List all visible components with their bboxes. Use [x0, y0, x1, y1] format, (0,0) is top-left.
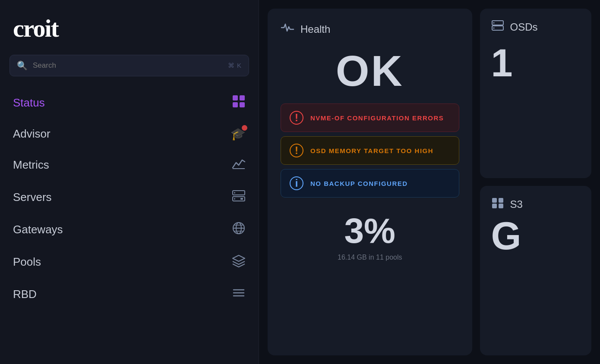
svg-rect-23 [492, 198, 497, 203]
logo: croit [13, 14, 58, 43]
grid-icon [232, 94, 246, 111]
svg-marker-15 [233, 255, 245, 261]
s3-card: S3 G [480, 186, 591, 355]
server-icon [232, 189, 246, 206]
s3-title: S3 [510, 198, 523, 210]
svg-rect-2 [233, 102, 238, 107]
sidebar-item-gateways[interactable]: Gateways [0, 213, 259, 246]
s3-card-header: S3 [491, 196, 580, 212]
advisor-icon: 🎓 [231, 127, 246, 141]
alert-list: ! NVME-OF CONFIGURATION ERRORS ! OSD MEM… [281, 104, 459, 198]
advisor-notification-badge [242, 125, 247, 131]
globe-icon [232, 221, 246, 238]
svg-point-8 [234, 198, 235, 200]
svg-point-21 [493, 22, 494, 24]
storage-detail: 16.14 GB in 11 pools [281, 254, 459, 261]
main-content: Health OK ! NVME-OF CONFIGURATION ERRORS… [259, 0, 600, 364]
warning-icon: ! [290, 144, 303, 157]
s3-value: G [491, 217, 580, 255]
sidebar: croit 🔍 ⌘ K Status Advisor 🎓 Metrics [0, 0, 259, 364]
health-status: OK [281, 46, 459, 96]
alert-backup-text: NO BACKUP CONFIGURED [310, 180, 408, 187]
osds-card-header: OSDs [491, 19, 580, 35]
heartbeat-icon [281, 21, 294, 38]
info-icon: i [290, 176, 303, 190]
layers-icon [232, 254, 246, 270]
svg-point-7 [234, 192, 235, 194]
alert-backup-info: i NO BACKUP CONFIGURED [281, 169, 459, 198]
error-icon: ! [290, 111, 303, 125]
right-column: OSDs 1 S3 G [480, 9, 591, 355]
osds-icon [491, 19, 504, 35]
sidebar-item-servers[interactable]: Servers [0, 181, 259, 213]
alert-nvme-error: ! NVME-OF CONFIGURATION ERRORS [281, 104, 459, 132]
svg-point-22 [493, 28, 494, 29]
svg-rect-9 [240, 198, 243, 200]
svg-rect-0 [233, 95, 238, 100]
alert-osd-text: OSD MEMORY TARGET TOO HIGH [310, 147, 433, 154]
svg-rect-1 [240, 95, 245, 100]
svg-rect-26 [499, 204, 503, 208]
svg-rect-3 [240, 102, 245, 107]
osds-card: OSDs 1 [480, 9, 591, 178]
search-icon: 🔍 [17, 60, 28, 71]
svg-rect-24 [499, 198, 503, 203]
logo-area: croit [0, 0, 259, 55]
alert-nvme-text: NVME-OF CONFIGURATION ERRORS [310, 114, 444, 122]
search-input[interactable] [33, 61, 223, 70]
usage-percent: 3% [281, 210, 459, 251]
keyboard-shortcut-hint: ⌘ K [228, 62, 242, 69]
sidebar-item-rbd[interactable]: RBD [0, 278, 259, 311]
osds-value: 1 [491, 44, 580, 82]
sidebar-item-metrics[interactable]: Metrics [0, 149, 259, 181]
search-bar[interactable]: 🔍 ⌘ K [9, 55, 249, 76]
health-title: Health [300, 23, 330, 35]
health-card: Health OK ! NVME-OF CONFIGURATION ERRORS… [268, 9, 472, 355]
svg-rect-25 [492, 204, 497, 208]
health-card-header: Health [281, 21, 459, 38]
sidebar-item-pools[interactable]: Pools [0, 246, 259, 278]
s3-icon [491, 196, 504, 212]
alert-osd-warning: ! OSD MEMORY TARGET TOO HIGH [281, 136, 459, 165]
sidebar-item-status[interactable]: Status [0, 87, 259, 119]
menu-icon [232, 286, 246, 303]
chart-icon [232, 157, 246, 173]
osds-title: OSDs [510, 21, 538, 33]
sidebar-item-advisor[interactable]: Advisor 🎓 [0, 119, 259, 149]
